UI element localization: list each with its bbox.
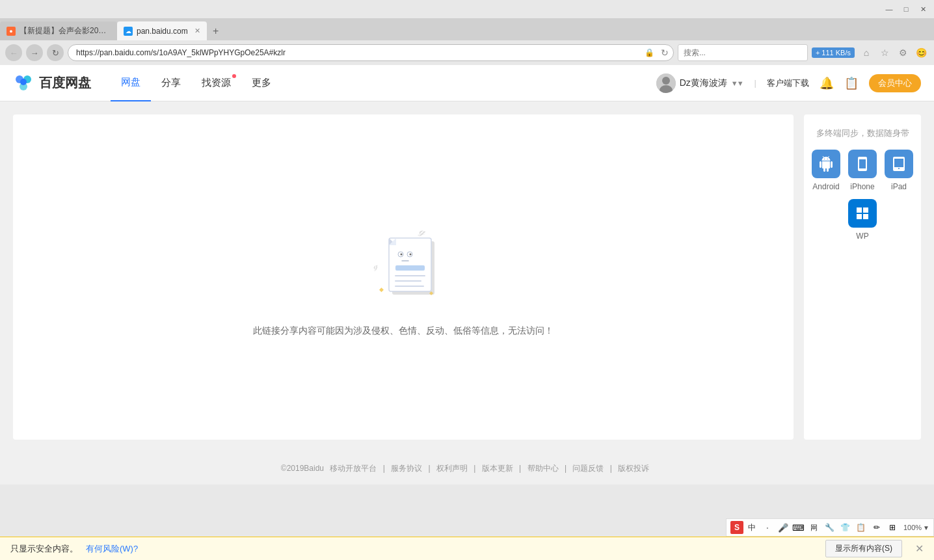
android-icon [812, 150, 840, 178]
tab-label-1: 【新提题】会声会影2019 内... [20, 25, 111, 36]
tab-close-button[interactable]: ✕ [194, 27, 200, 35]
avatar [656, 73, 676, 93]
back-button[interactable]: ← [5, 44, 22, 61]
tab-label-2: pan.baidu.com [137, 27, 188, 36]
logo-icon [13, 73, 34, 94]
security-text: 只显示安全内容。 [10, 543, 78, 555]
bell-icon[interactable]: 🔔 [820, 76, 834, 90]
tab-bar: ● 【新提题】会声会影2019 内... ☁ pan.baidu.com ✕ + [0, 18, 934, 40]
star-icon[interactable]: ☆ [877, 45, 892, 60]
separator-1: | [754, 78, 756, 88]
site-logo: 百度网盘 [13, 73, 91, 94]
svg-text:ℊ: ℊ [418, 224, 429, 239]
user-icon[interactable]: 😊 [913, 45, 929, 60]
nav-link-more[interactable]: 更多 [241, 65, 282, 101]
page-refresh-icon[interactable]: ↻ [661, 47, 669, 58]
taskbar: S 中 • 🎤 ⌨ 网 🔧 👕 📋 ✏ ⊞ 100% ▼ [726, 518, 934, 537]
svg-point-14 [401, 253, 403, 255]
svg-rect-11 [389, 238, 431, 291]
tab-1[interactable]: ● 【新提题】会声会影2019 内... [0, 21, 117, 40]
logo-text: 百度网盘 [39, 74, 91, 92]
toolbar-icons: ⌂ ☆ ⚙ 😊 [859, 45, 929, 60]
error-card: ℊ ℊ ℊ [13, 114, 794, 440]
device-wp[interactable]: WP [848, 199, 877, 241]
footer-link-mobile[interactable]: 移动开放平台 [330, 464, 377, 473]
footer-copyright: ©2019Baidu [281, 464, 324, 473]
device-android[interactable]: Android [812, 150, 840, 191]
nav-link-share[interactable]: 分享 [151, 65, 191, 101]
user-info[interactable]: Dz黄海波涛 ▼ ▼ [656, 73, 744, 93]
new-tab-button[interactable]: + [207, 21, 225, 40]
forward-button[interactable]: → [26, 44, 43, 61]
footer-link-version[interactable]: 版本更新 [482, 464, 513, 473]
zoom-level: 100% [903, 524, 922, 531]
taskbar-grid-icon[interactable]: ⊞ [885, 520, 900, 535]
zoom-arrow[interactable]: ▼ [923, 524, 929, 531]
browser-chrome: — □ ✕ ● 【新提题】会声会影2019 内... ☁ pan.baidu.c… [0, 0, 934, 65]
taskbar-tool1-icon[interactable]: 🔧 [823, 520, 837, 535]
taskbar-dot-icon: • [760, 520, 775, 535]
minimize-button[interactable]: — [883, 3, 895, 15]
nav-right: Dz黄海波涛 ▼ ▼ | 客户端下载 🔔 📋 会员中心 [656, 73, 921, 93]
taskbar-dict-icon[interactable]: 网 [807, 520, 821, 535]
svg-text:◆: ◆ [379, 286, 384, 293]
device-ipad[interactable]: iPad [885, 150, 913, 191]
nav-link-find[interactable]: 找资源 [191, 65, 241, 101]
vip-button[interactable]: 会员中心 [869, 74, 921, 92]
side-panel-title: 多终端同步，数据随身带 [816, 127, 909, 139]
wp-label: WP [856, 232, 868, 241]
search-area [678, 44, 808, 61]
footer-link-rights[interactable]: 权利声明 [436, 464, 468, 473]
ipad-label: iPad [891, 182, 907, 191]
settings-icon[interactable]: ⚙ [895, 45, 911, 60]
title-bar-controls: — □ ✕ [883, 3, 929, 15]
footer-link-service[interactable]: 服务协议 [391, 464, 422, 473]
page-content: 百度网盘 网盘 分享 找资源 更多 Dz黄海波涛 ▼ [0, 65, 934, 485]
taskbar-shirt-icon[interactable]: 👕 [838, 520, 853, 535]
footer: ©2019Baidu 移动开放平台 | 服务协议 | 权利声明 | 版本更新 |… [0, 453, 934, 485]
taskbar-pen-icon[interactable]: ✏ [870, 520, 884, 535]
svg-text:ℊ: ℊ [371, 260, 380, 272]
taskbar-zh-icon[interactable]: 中 [745, 520, 759, 535]
show-all-content-button[interactable]: 显示所有内容(S) [825, 540, 902, 557]
maximize-button[interactable]: □ [900, 3, 912, 15]
address-bar-row: ← → ↻ 🔒 ↻ + 111 KB/s ⌂ ☆ ⚙ 😊 [0, 40, 934, 65]
svg-rect-17 [395, 265, 425, 271]
ipad-icon [885, 150, 913, 178]
refresh-button[interactable]: ↻ [47, 44, 64, 61]
speed-badge: + 111 KB/s [812, 47, 855, 58]
footer-link-feedback[interactable]: 问题反馈 [572, 464, 604, 473]
svg-text:◆: ◆ [429, 290, 434, 296]
iphone-icon [848, 150, 877, 178]
close-button[interactable]: ✕ [917, 3, 929, 15]
taskbar-copy-icon[interactable]: 📋 [854, 520, 868, 535]
security-bar-close-icon[interactable]: ✕ [915, 542, 924, 555]
security-bar: 只显示安全内容。 有何风险(W)? 显示所有内容(S) ✕ [0, 537, 934, 560]
home-icon[interactable]: ⌂ [859, 45, 874, 60]
title-bar: — □ ✕ [0, 0, 934, 18]
footer-link-help[interactable]: 帮助中心 [527, 464, 559, 473]
taskbar-s-icon[interactable]: S [730, 521, 743, 534]
device-iphone[interactable]: iPhone [848, 150, 877, 191]
address-input[interactable] [68, 44, 674, 61]
site-navbar: 百度网盘 网盘 分享 找资源 更多 Dz黄海波涛 ▼ [0, 65, 934, 101]
address-wrapper: 🔒 ↻ [68, 44, 674, 61]
svg-point-15 [410, 253, 412, 255]
taskbar-mic-icon[interactable]: 🎤 [776, 520, 790, 535]
tab-favicon-2: ☁ [124, 27, 133, 36]
svg-point-3 [20, 79, 27, 85]
username: Dz黄海波涛 [680, 77, 727, 89]
find-dot [232, 74, 236, 78]
search-input[interactable] [678, 44, 808, 61]
iphone-label: iPhone [850, 182, 874, 191]
wp-icon [848, 199, 877, 228]
tab-2[interactable]: ☁ pan.baidu.com ✕ [117, 21, 207, 40]
footer-link-copyright[interactable]: 版权投诉 [618, 464, 649, 473]
taskbar-keyboard-icon[interactable]: ⌨ [792, 520, 806, 535]
security-link[interactable]: 有何风险(W)? [86, 543, 138, 555]
nav-links: 网盘 分享 找资源 更多 [111, 65, 282, 101]
nav-link-wangpan[interactable]: 网盘 [111, 65, 151, 101]
download-link[interactable]: 客户端下载 [767, 77, 809, 89]
file-icon[interactable]: 📋 [844, 76, 859, 90]
svg-point-5 [662, 77, 670, 85]
